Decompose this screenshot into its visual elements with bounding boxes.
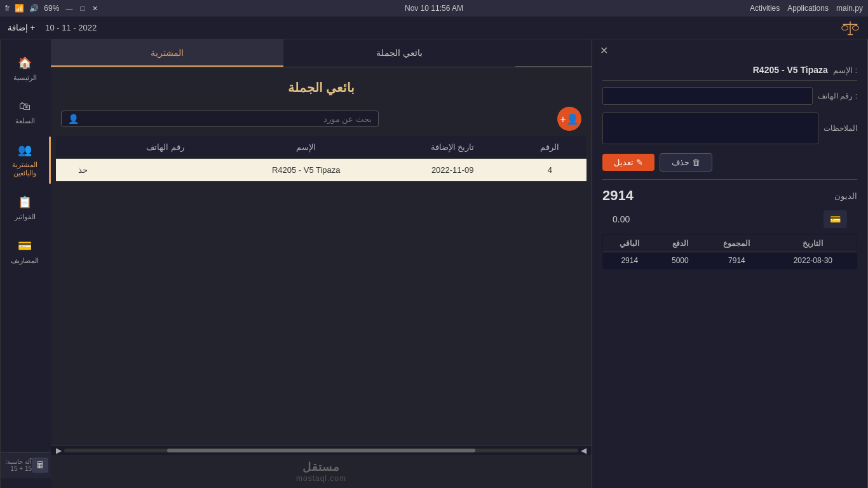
system-bar-right: fr 📶 🔊 69% — □ ✕ <box>5 4 99 13</box>
search-icon-button[interactable]: 👤 <box>68 114 79 124</box>
watermark-brand: مستقل <box>51 460 592 474</box>
col-action <box>56 136 110 159</box>
panel-close-button[interactable]: ✕ <box>600 44 608 57</box>
watermark-url: mostaql.com <box>51 474 592 483</box>
sidebar-label-invoices: الفواتير <box>15 213 36 221</box>
panel-phone-input[interactable] <box>602 87 813 105</box>
detail-panel: ✕ : الإسم R4205 - V5 Tipaza : رقم الهاتف… <box>592 39 868 488</box>
svg-point-3 <box>853 25 859 30</box>
scroll-left-button[interactable]: ◀ <box>578 446 589 455</box>
tab-purchases[interactable]: المشترية <box>51 39 283 67</box>
table-row[interactable]: 4 2022-11-09 R4205 - V5 Tipaza حذ <box>56 159 587 182</box>
sidebar-item-product[interactable]: 🛍 السلعة <box>1 93 51 132</box>
debt-date-cell: 2022-08-30 <box>770 252 857 269</box>
product-icon: 🛍 <box>19 100 31 113</box>
col-num: الرقم <box>513 136 587 159</box>
panel-divider-2 <box>602 179 857 180</box>
calc-bar: 🖩 آلة حاسبة: 15 + 15 <box>1 452 51 478</box>
debt-table: التاريخ المجموع الدفع الباقي 2022-08-30 … <box>602 234 857 269</box>
delete-button[interactable]: 🗑 حذف <box>660 153 712 172</box>
panel-divider-1 <box>602 80 857 81</box>
sidebar-label-product: السلعة <box>15 117 35 125</box>
watermark: مستقل mostaql.com <box>51 455 592 488</box>
main-layout: ✕ : الإسم R4205 - V5 Tipaza : رقم الهاتف… <box>0 39 868 488</box>
search-input[interactable] <box>79 114 372 124</box>
panel-debt-section: الديون 2914 💳 0.00 التاريخ المجموع الدفع… <box>592 182 867 274</box>
sidebar-item-invoices[interactable]: 📋 الفواتير <box>1 189 51 227</box>
tab-left-placeholder <box>515 39 592 67</box>
cell-phone <box>110 159 220 182</box>
edit-label: تعديل <box>614 158 634 167</box>
section-title: بائعي الجملة <box>51 67 592 102</box>
app-title-bar: 2022 - 11 - 10 + إضافة <box>0 17 868 39</box>
panel-phone-label: : رقم الهاتف <box>818 92 857 100</box>
panel-name-label: : الإسم <box>833 65 857 75</box>
col-name: الإسم <box>220 136 391 159</box>
scroll-thumb <box>167 449 475 452</box>
scales-icon <box>841 19 859 37</box>
sidebar-item-expenses[interactable]: 💳 المصاريف <box>1 233 51 271</box>
minimize-button[interactable]: — <box>64 4 74 12</box>
debt-paid-cell: 5000 <box>656 252 705 269</box>
calc-label: آلة حاسبة: 15 + 15 <box>3 458 32 472</box>
panel-name-row: : الإسم R4205 - V5 Tipaza <box>592 55 867 78</box>
sidebar-item-clients[interactable]: 👥 المشترية والبائعين <box>1 137 51 184</box>
table-header-row: الرقم تاريخ الإضافة الإسم رقم الهاتف <box>56 136 587 159</box>
tab-wholesale[interactable]: بائعي الجملة <box>283 39 516 67</box>
app-title-right: 2022 - 11 - 10 + إضافة <box>8 23 97 32</box>
sound-icon: 🔊 <box>29 4 39 13</box>
cell-num: 4 <box>513 159 587 182</box>
debt-top: الديون 2914 <box>602 187 857 204</box>
wifi-icon: 📶 <box>15 4 24 13</box>
payment-icon-button[interactable]: 💳 <box>824 210 847 228</box>
edit-button[interactable]: ✎ تعديل <box>602 154 654 171</box>
system-bar-left: Activities Applications main.py <box>750 4 863 13</box>
tab-bar: بائعي الجملة المشترية <box>51 39 592 67</box>
sidebar-label-clients: المشترية والبائعين <box>3 161 46 177</box>
app-title-left <box>840 18 860 38</box>
expenses-icon: 💳 <box>18 239 32 253</box>
panel-notes-textarea[interactable] <box>602 112 818 144</box>
sidebar-item-home[interactable]: 🏠 الرئيسية <box>1 50 51 88</box>
horizontal-scrollbar[interactable]: ◀ ▶ <box>51 445 592 455</box>
edit-icon: ✎ <box>636 158 643 167</box>
panel-notes-row: الملاحظات <box>592 109 867 148</box>
home-icon: 🏠 <box>18 56 32 70</box>
debt-col-paid: الدفع <box>656 235 705 252</box>
cell-date: 2022-11-09 <box>391 159 513 182</box>
debt-number: 2914 <box>602 187 634 204</box>
debt-table-row: 2022-08-30 7914 5000 2914 <box>603 252 857 269</box>
panel-phone-row: : رقم الهاتف <box>592 83 867 109</box>
debt-col-date: التاريخ <box>770 235 857 252</box>
add-person-icon: 👤+ <box>560 113 578 125</box>
svg-point-2 <box>842 25 848 30</box>
debt-total-cell: 7914 <box>704 252 770 269</box>
debt-amount-row: 💳 0.00 <box>602 207 857 232</box>
table-container: الرقم تاريخ الإضافة الإسم رقم الهاتف 4 2… <box>51 136 592 182</box>
system-datetime: Nov 10 11:56 AM <box>405 4 463 13</box>
close-button[interactable]: ✕ <box>91 4 99 13</box>
script-label[interactable]: main.py <box>836 4 863 13</box>
col-phone: رقم الهاتف <box>110 136 220 159</box>
maximize-button[interactable]: □ <box>79 4 86 12</box>
content-area: بائعي الجملة المشترية بائعي الجملة 👤+ 👤 <box>51 39 592 488</box>
panel-name-value: R4205 - V5 Tipaza <box>602 65 828 75</box>
debt-label: الديون <box>834 191 857 201</box>
cell-action: حذ <box>56 159 110 182</box>
add-person-button[interactable]: 👤+ <box>557 107 581 131</box>
add-button[interactable]: + إضافة <box>8 23 35 32</box>
debt-remaining-cell: 2914 <box>603 252 656 269</box>
calculator-button[interactable]: 🖩 <box>32 458 48 473</box>
scroll-right-button[interactable]: ▶ <box>53 446 64 455</box>
scroll-track[interactable] <box>64 449 578 452</box>
sidebar: 🏠 الرئيسية 🛍 السلعة 👥 المشترية والبائعين… <box>0 39 51 488</box>
data-table: الرقم تاريخ الإضافة الإسم رقم الهاتف 4 2… <box>56 136 587 182</box>
activities-label[interactable]: Activities <box>750 4 780 13</box>
delete-icon: 🗑 <box>692 158 700 167</box>
search-icon: 👤 <box>68 114 79 124</box>
app-logo <box>840 18 860 38</box>
search-input-wrap: 👤 <box>61 111 379 127</box>
battery-label: 69% <box>44 4 59 13</box>
system-bar: Activities Applications main.py Nov 10 1… <box>0 0 868 17</box>
applications-label[interactable]: Applications <box>787 4 829 13</box>
